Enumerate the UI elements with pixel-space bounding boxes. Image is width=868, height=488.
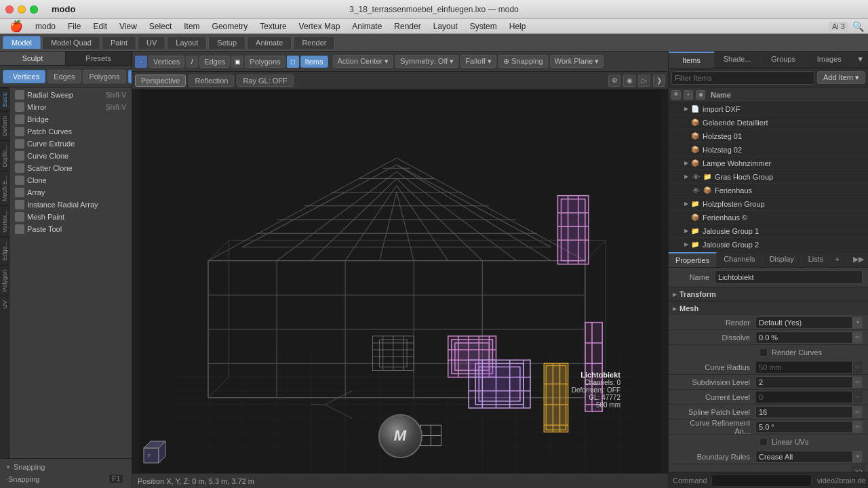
prop-tab-add[interactable]: +	[831, 252, 843, 267]
vert-label-mesh-e[interactable]: Mesh E...	[0, 171, 9, 205]
polygons-btn[interactable]: Polygons	[83, 70, 125, 83]
tool-curve-extrude[interactable]: Curve Extrude	[9, 138, 132, 150]
gras-vis-icon[interactable]: 👁	[690, 171, 701, 182]
dissolve-slider[interactable]: ⇔	[852, 332, 862, 343]
action-center-btn[interactable]: Action Center ▾	[333, 55, 394, 68]
item-gelaende[interactable]: 📦 Gelaende Detailliert	[669, 116, 868, 129]
mesh-header[interactable]: ▶ Mesh	[669, 302, 868, 315]
command-input[interactable]	[711, 474, 812, 487]
col-vis-btn[interactable]: 👁	[671, 90, 681, 100]
transform-header[interactable]: ▶ Transform	[669, 287, 868, 301]
prop-tab-channels[interactable]: Channels	[717, 252, 762, 267]
menu-item-modo[interactable]: modo	[30, 20, 61, 33]
viewport-orientation-cube[interactable]: F	[140, 438, 167, 465]
apple-menu[interactable]: 🍎	[4, 20, 28, 33]
tab-model-quad[interactable]: Model Quad	[42, 36, 100, 49]
vert-label-uv[interactable]: UV	[0, 296, 9, 313]
viewport-icon-menu[interactable]: ❯	[653, 75, 665, 87]
tab-paint[interactable]: Paint	[102, 36, 136, 49]
prop-right-btn[interactable]: ▶▶	[849, 252, 868, 267]
expand-lampe[interactable]: ▶	[682, 159, 690, 167]
tool-array[interactable]: Array	[9, 186, 132, 199]
menu-item-texture[interactable]: Texture	[254, 20, 292, 33]
search-icon[interactable]: 🔍	[852, 21, 864, 32]
item-jalousie1[interactable]: ▶ 📁 Jalousie Group 1	[669, 224, 868, 238]
symmetry-btn[interactable]: Symmetry: Off ▾	[395, 55, 458, 68]
sculpt-tab[interactable]: Sculpt	[0, 52, 66, 65]
tool-curve-clone[interactable]: Curve Clone	[9, 150, 132, 162]
tool-mesh-paint[interactable]: Mesh Paint	[9, 211, 132, 223]
tool-paste-tool[interactable]: Paste Tool	[9, 223, 132, 235]
col-lock-btn[interactable]: +	[684, 90, 693, 100]
reflection-btn[interactable]: Reflection	[189, 75, 234, 87]
snapping-btn[interactable]: ⊕ Snapping	[498, 55, 548, 68]
edges-btn[interactable]: Edges	[47, 70, 81, 83]
tool-mirror[interactable]: Mirror Shift-V	[9, 101, 132, 113]
render-curves-checkbox[interactable]	[760, 348, 768, 357]
item-holzpfosten[interactable]: ▶ 📁 Holzpfosten Group	[669, 197, 868, 211]
linear-uvs-checkbox[interactable]	[760, 438, 768, 446]
falloff-btn[interactable]: Falloff ▾	[460, 55, 496, 68]
tool-patch-curves[interactable]: Patch Curves	[9, 125, 132, 138]
main-vertices-btn[interactable]: Vertices	[149, 56, 184, 68]
tab-render[interactable]: Render	[293, 36, 335, 49]
tab-groups[interactable]: Groups	[761, 52, 807, 68]
tool-clone[interactable]: Clone	[9, 174, 132, 186]
spline-slider[interactable]: ⇔	[852, 407, 862, 418]
subdivision-slider[interactable]: ⇔	[852, 377, 862, 388]
viewport-icon-expand[interactable]: ▷	[638, 75, 650, 87]
add-item-button[interactable]: Add Item ▾	[817, 71, 865, 84]
main-items-btn[interactable]: Items	[300, 56, 328, 68]
tab-add[interactable]: ▼	[852, 52, 868, 68]
menu-item-edit[interactable]: Edit	[87, 20, 113, 33]
snapping-header[interactable]: Snapping	[3, 462, 129, 472]
expand-jalousie2[interactable]: ▶	[682, 241, 690, 249]
item-gras[interactable]: ▶ 👁 📁 Gras Hoch Group	[669, 170, 868, 184]
expand-gras[interactable]: ▶	[682, 173, 690, 181]
viewport-icon-render[interactable]: ◉	[623, 75, 635, 87]
main-polygons-btn[interactable]: Polygons	[245, 56, 285, 68]
spline-value[interactable]: 16 ⇔	[755, 406, 863, 418]
vert-label-vertex[interactable]: Vertex...	[0, 205, 9, 237]
main-edges-btn[interactable]: Edges	[199, 56, 230, 68]
menu-item-help[interactable]: Help	[504, 20, 532, 33]
tool-radial-sweep[interactable]: Radial Sweep Shift-V	[9, 89, 132, 101]
vertices-btn[interactable]: ·Vertices	[3, 70, 45, 83]
menu-item-select[interactable]: Select	[144, 20, 177, 33]
viewport-icon-settings[interactable]: ⚙	[608, 75, 620, 87]
vert-label-duplic[interactable]: Duplic...	[0, 140, 9, 171]
curve-ref-slider[interactable]: ⇔	[852, 422, 862, 432]
menu-item-animate[interactable]: Animate	[347, 20, 387, 33]
vert-label-edge[interactable]: Edge...	[0, 237, 9, 265]
expand-jalousie1[interactable]: ▶	[682, 227, 690, 235]
vert-label-polygon[interactable]: Polygon	[0, 265, 9, 296]
menu-item-item[interactable]: Item	[178, 20, 205, 33]
item-holzsteg01[interactable]: 📦 Holzsteg 01	[669, 129, 868, 143]
curve-ref-value[interactable]: 5.0 ° ⇔	[755, 421, 863, 433]
col-render-btn[interactable]: ◉	[696, 90, 705, 100]
menu-item-render[interactable]: Render	[389, 20, 426, 33]
item-lampe[interactable]: ▶ 📦 Lampe Wohnzimmer	[669, 157, 868, 170]
expand-holzpfosten[interactable]: ▶	[682, 200, 690, 208]
tool-bridge[interactable]: Bridge	[9, 113, 132, 125]
prop-tab-display[interactable]: Display	[763, 252, 802, 267]
maximize-button[interactable]	[30, 5, 38, 14]
prop-tab-lists[interactable]: Lists	[802, 252, 831, 267]
close-button[interactable]	[5, 5, 14, 14]
tool-scatter-clone[interactable]: Scatter Clone	[9, 162, 132, 174]
tab-setup[interactable]: Setup	[208, 36, 245, 49]
boundary-value[interactable]: Crease All ▾	[755, 451, 863, 463]
item-import-dxf[interactable]: ▶ 📄 import DXF	[669, 102, 868, 116]
tab-layout[interactable]: Layout	[167, 36, 207, 49]
workplane-btn[interactable]: Work Plane ▾	[550, 55, 604, 68]
menu-item-system[interactable]: System	[465, 20, 502, 33]
filter-items-input[interactable]	[671, 71, 814, 85]
item-holzsteg02[interactable]: 📦 Holzsteg 02	[669, 143, 868, 157]
ferienhaus-vis-icon[interactable]: 👁	[690, 185, 701, 196]
menu-item-layout[interactable]: Layout	[428, 20, 463, 33]
boundary-dropdown[interactable]: ▾	[852, 451, 862, 462]
menu-item-file[interactable]: File	[62, 20, 86, 33]
expand-more-btn[interactable]: >>	[851, 466, 865, 472]
render-dropdown[interactable]: ▾	[852, 317, 862, 328]
perspective-btn[interactable]: Perspective	[135, 75, 186, 87]
